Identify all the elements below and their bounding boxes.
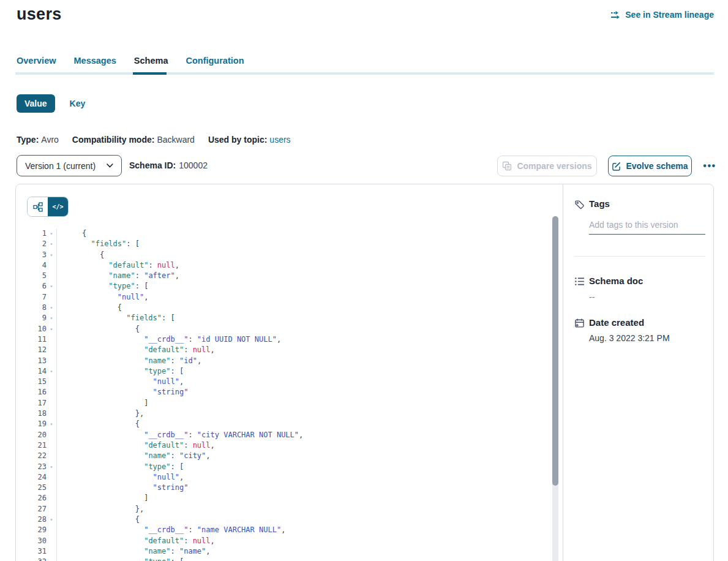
code-text: "null",	[56, 292, 552, 303]
line-number: 16	[16, 387, 47, 397]
tab-track	[15, 72, 714, 75]
tags-input[interactable]	[589, 215, 705, 235]
tab-messages[interactable]: Messages	[74, 56, 116, 72]
code-text: "name": "city",	[56, 451, 552, 461]
code-line: 4 "default": null,	[16, 260, 552, 271]
edit-icon	[612, 162, 621, 171]
fold-arrow-icon[interactable]: ▾	[47, 228, 56, 239]
schema-id-label: Schema ID:	[129, 160, 176, 170]
code-text: "fields": [	[56, 313, 552, 323]
calendar-plus-icon	[574, 318, 585, 328]
code-editor[interactable]: 1▾{2▾ "fields": [3▾ {4 "default": null,5…	[16, 228, 552, 561]
code-panel: </> 1▾{2▾ "fields": [3▾ {4 "default": nu…	[16, 184, 563, 561]
tab-schema[interactable]: Schema	[134, 56, 168, 72]
tab-configuration[interactable]: Configuration	[186, 56, 244, 72]
value-toggle-button[interactable]: Value	[17, 94, 55, 113]
type-value: Avro	[41, 135, 59, 145]
line-number: 28	[16, 514, 47, 525]
code-line: 7 "null",	[16, 292, 552, 303]
code-text: "string"	[56, 387, 552, 397]
code-text: "null",	[56, 377, 552, 387]
code-line: 30 "default": null,	[16, 536, 552, 546]
code-line: 12 "default": null,	[16, 345, 552, 355]
code-view-icon: </>	[52, 203, 63, 210]
code-line: 15 "null",	[16, 377, 552, 387]
fold-arrow-icon[interactable]: ▾	[47, 366, 56, 377]
code-line: 31 "name": "name",	[16, 546, 552, 557]
active-tab-indicator	[133, 72, 167, 75]
line-number: 1	[16, 228, 47, 239]
fold-arrow-icon[interactable]: ▾	[47, 281, 56, 292]
more-actions-button[interactable]: •••	[700, 157, 719, 175]
fold-arrow-icon[interactable]: ▾	[47, 250, 56, 260]
fold-spacer	[47, 387, 56, 397]
editor-scrollbar[interactable]	[552, 216, 558, 561]
fold-spacer	[47, 440, 56, 451]
topic-link[interactable]: users	[269, 135, 290, 145]
fold-spacer	[47, 398, 56, 409]
line-number: 30	[16, 536, 47, 546]
editor-view-toggle: </>	[27, 197, 69, 217]
code-text: "name": "after",	[56, 271, 552, 281]
code-line: 20 "__crdb__": "city VARCHAR NOT NULL",	[16, 430, 552, 440]
tag-icon	[574, 200, 585, 210]
meta-topic: Used by topic:users	[208, 135, 291, 145]
fold-arrow-icon[interactable]: ▾	[47, 324, 56, 334]
line-number: 10	[16, 324, 47, 334]
code-line: 26 ]	[16, 493, 552, 503]
compare-icon	[502, 161, 512, 171]
line-number: 9	[16, 313, 47, 323]
code-line: 27 },	[16, 504, 552, 514]
fold-arrow-icon[interactable]: ▾	[47, 313, 56, 323]
meta-type: Type:Avro	[17, 135, 59, 145]
code-text: },	[56, 504, 552, 514]
line-number: 12	[16, 345, 47, 355]
code-line: 13 "name": "id",	[16, 356, 552, 366]
fold-arrow-icon[interactable]: ▾	[47, 303, 56, 313]
stream-lineage-label: See in Stream lineage	[625, 10, 714, 20]
tree-view-icon	[33, 202, 43, 212]
fold-arrow-icon[interactable]: ▾	[47, 557, 56, 561]
code-text: "type": [	[56, 462, 552, 472]
fold-arrow-icon[interactable]: ▾	[47, 514, 56, 525]
fold-arrow-icon[interactable]: ▾	[47, 462, 56, 472]
code-line: 18 },	[16, 409, 552, 419]
tab-overview[interactable]: Overview	[17, 56, 56, 72]
code-text: "fields": [	[56, 239, 552, 249]
line-number: 22	[16, 451, 47, 461]
schema-card: </> 1▾{2▾ "fields": [3▾ {4 "default": nu…	[15, 184, 714, 561]
line-number: 25	[16, 483, 47, 493]
line-number: 31	[16, 546, 47, 557]
evolve-schema-button[interactable]: Evolve schema	[608, 156, 692, 176]
evolve-schema-label: Evolve schema	[626, 161, 688, 171]
fold-spacer	[47, 292, 56, 303]
line-number: 23	[16, 462, 47, 472]
version-select[interactable]: Version 1 (current)	[17, 155, 122, 176]
fold-spacer	[47, 536, 56, 546]
fold-spacer	[47, 472, 56, 483]
code-text: {	[56, 419, 552, 429]
compare-versions-button[interactable]: Compare versions	[497, 156, 597, 176]
fold-arrow-icon[interactable]: ▾	[47, 419, 56, 429]
code-line: 22 "name": "city",	[16, 451, 552, 461]
line-number: 19	[16, 419, 47, 429]
line-number: 11	[16, 334, 47, 345]
stream-lineage-link[interactable]: See in Stream lineage	[610, 10, 714, 20]
code-line: 5 "name": "after",	[16, 271, 552, 281]
line-number: 24	[16, 472, 47, 483]
key-toggle-button[interactable]: Key	[70, 99, 86, 108]
code-text: {	[56, 324, 552, 334]
fold-arrow-icon[interactable]: ▾	[47, 239, 56, 249]
line-number: 7	[16, 292, 47, 303]
tree-view-toggle-button[interactable]	[28, 197, 48, 216]
fold-spacer	[47, 356, 56, 366]
code-line: 32▾ "type": [	[16, 557, 552, 561]
scrollbar-thumb[interactable]	[552, 216, 558, 486]
code-text: {	[56, 303, 552, 313]
topic-label: Used by topic:	[208, 135, 267, 145]
version-select-value: Version 1 (current)	[25, 161, 96, 171]
fold-spacer	[47, 451, 56, 461]
compatibility-value: Backward	[157, 135, 194, 145]
code-view-toggle-button[interactable]: </>	[48, 197, 68, 216]
stream-lineage-icon	[610, 10, 621, 20]
